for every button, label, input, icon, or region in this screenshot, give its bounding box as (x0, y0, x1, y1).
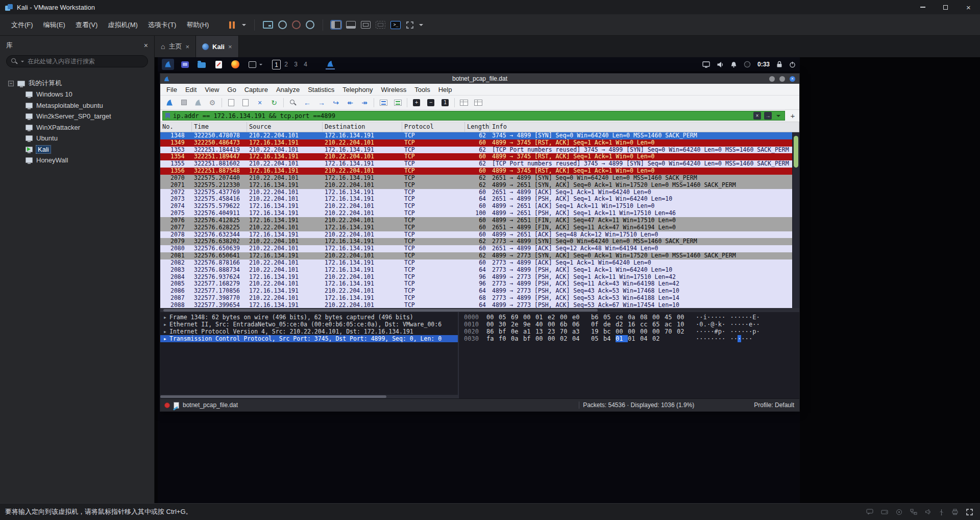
message-log-icon[interactable] (866, 509, 873, 515)
ws-close-button[interactable]: × (790, 76, 795, 82)
filter-dropdown-icon[interactable] (776, 115, 780, 117)
zoom-reset-icon[interactable]: 1 (440, 98, 450, 108)
scrollbar-thumb[interactable] (160, 395, 386, 398)
packet-row-1355[interactable]: 1355322251.881602210.22.204.101172.16.13… (160, 160, 792, 168)
tree-collapse-icon[interactable]: − (8, 81, 14, 86)
file-manager-launcher[interactable] (195, 59, 208, 70)
workspace-1[interactable]: 1 (272, 60, 281, 69)
packet-row-2086[interactable]: 2086322577.170856172.16.134.191210.22.20… (160, 288, 792, 295)
snapshot-manager-button[interactable] (306, 20, 314, 29)
power-dropdown-icon[interactable] (242, 24, 246, 26)
packet-row-2077[interactable]: 2077322576.628225210.22.204.101172.16.13… (160, 224, 792, 231)
send-ctrl-alt-del-button[interactable] (263, 21, 273, 29)
wireshark-menu-go[interactable]: Go (223, 86, 240, 93)
text-editor-launcher[interactable] (212, 59, 225, 70)
packet-row-2083[interactable]: 2083322576.888734210.22.204.101172.16.13… (160, 267, 792, 274)
vmware-menu-item-1[interactable]: 编辑(E) (38, 17, 70, 33)
packet-row-2072[interactable]: 2072322575.437769210.22.204.101172.16.13… (160, 189, 792, 196)
expand-arrow-icon[interactable]: ▸ (163, 328, 169, 335)
window-maximize-button[interactable] (934, 0, 957, 14)
vm-item-metasploitable-ubuntu[interactable]: Metasploitable_ubuntu (6, 100, 148, 111)
filter-apply-button[interactable]: → (764, 112, 772, 120)
packet-row-2075[interactable]: 2075322576.404911172.16.134.191210.22.20… (160, 210, 792, 217)
usb-status-icon[interactable] (939, 509, 944, 515)
revert-snapshot-button[interactable] (292, 20, 301, 29)
fullscreen-button[interactable] (406, 21, 414, 29)
display-filter-input[interactable] (173, 112, 750, 120)
wireshark-titlebar[interactable]: botnet_pcap_file.dat × (160, 74, 799, 84)
filter-add-button[interactable]: + (788, 111, 797, 121)
expand-arrow-icon[interactable]: ▸ (163, 314, 169, 321)
hex-row-0020[interactable]: 002086bf0ea1132370a319bc000000007002····… (464, 328, 799, 335)
detail-line[interactable]: ▸Transmission Control Protocol, Src Port… (160, 335, 458, 342)
hex-row-0000[interactable]: 00000005690001e200e0b605ce0a08004500··i·… (464, 314, 799, 321)
status-circle-icon[interactable] (744, 61, 751, 68)
suspend-vm-button[interactable] (227, 19, 237, 31)
column-header-no[interactable]: No. (160, 122, 192, 132)
workspace-3[interactable]: 3 (291, 60, 300, 69)
fit-guest-button[interactable] (361, 21, 371, 29)
go-last-packet-icon[interactable]: ↠ (359, 98, 370, 108)
find-packet-icon[interactable] (288, 98, 298, 108)
wireshark-menu-wireless[interactable]: Wireless (377, 86, 410, 93)
notifications-bell-icon[interactable] (730, 61, 737, 68)
console-view-button[interactable] (390, 21, 401, 29)
resize-columns-icon[interactable] (459, 98, 469, 108)
show-thumbnail-bar-toggle[interactable] (346, 21, 356, 29)
go-to-packet-icon[interactable]: ↪ (331, 98, 341, 108)
library-search-input[interactable] (28, 58, 143, 65)
library-search[interactable] (6, 55, 148, 67)
packet-row-2082[interactable]: 2082322576.878166210.22.204.101172.16.13… (160, 259, 792, 267)
guest-screen[interactable]: 1234 0:33 (158, 57, 800, 503)
vmware-menu-item-5[interactable]: 帮助(H) (181, 17, 214, 33)
ws-minimize-button[interactable] (769, 76, 775, 82)
take-snapshot-button[interactable] (278, 20, 287, 29)
harddisk-status-icon[interactable] (881, 509, 888, 515)
power-icon[interactable] (789, 61, 796, 68)
packet-row-1356[interactable]: 1356322251.887548172.16.134.191210.22.20… (160, 168, 792, 175)
window-close-button[interactable]: × (957, 0, 980, 14)
packet-row-2078[interactable]: 2078322576.632344172.16.134.191210.22.20… (160, 231, 792, 239)
hex-row-0010[interactable]: 001000302e9e40006b060fded216cc65ac10·0.·… (464, 321, 799, 328)
wireshark-menu-statistics[interactable]: Statistics (304, 86, 338, 93)
vmware-menu-item-3[interactable]: 虚拟机(M) (103, 17, 143, 33)
go-first-packet-icon[interactable]: ↞ (345, 98, 355, 108)
fit-window-button[interactable] (376, 21, 385, 29)
save-file-icon[interactable] (240, 98, 251, 108)
terminal-launcher[interactable] (246, 59, 258, 70)
go-forward-icon[interactable]: → (316, 98, 327, 108)
packet-row-2073[interactable]: 2073322575.458416210.22.204.101172.16.13… (160, 196, 792, 203)
column-header-source[interactable]: Source (247, 122, 323, 132)
profile-label[interactable]: Profile: Default (754, 401, 794, 409)
detail-line[interactable]: ▸Frame 1348: 62 bytes on wire (496 bits)… (160, 314, 458, 321)
lock-screen-icon[interactable] (776, 61, 782, 68)
printer-status-icon[interactable] (951, 509, 959, 515)
packet-row-2084[interactable]: 2084322576.937624172.16.134.191210.22.20… (160, 274, 792, 281)
packet-row-2070[interactable]: 2070322575.207440210.22.204.101172.16.13… (160, 175, 792, 182)
zoom-out-icon[interactable]: − (426, 98, 436, 108)
vmware-menu-item-0[interactable]: 文件(F) (6, 17, 38, 33)
terminal-dropdown-icon[interactable] (259, 64, 262, 65)
column-header-info[interactable]: Info (490, 122, 799, 132)
vm-item-winxpattacker[interactable]: WinXPattacker (6, 122, 148, 133)
wireshark-menu-file[interactable]: File (162, 86, 181, 93)
appfinder-launcher[interactable] (179, 59, 191, 70)
detail-line[interactable]: ▸Ethernet II, Src: EntradaNetwo_05:ce:0a… (160, 321, 458, 328)
packet-row-2076[interactable]: 2076322576.412825172.16.134.191210.22.20… (160, 217, 792, 224)
vm-item-honeywall[interactable]: HoneyWall (6, 155, 148, 166)
wireshark-menu-capture[interactable]: Capture (240, 86, 272, 93)
vm-item-win2kserver-sp0-target[interactable]: Win2kServer_SP0_target (6, 111, 148, 122)
open-file-icon[interactable] (226, 98, 236, 108)
display-filter-field[interactable]: × → (162, 111, 785, 121)
packet-row-1348[interactable]: 1348322250.478078210.22.204.101172.16.13… (160, 132, 792, 139)
packet-row-2081[interactable]: 2081322576.650641172.16.134.191210.22.20… (160, 252, 792, 259)
window-minimize-button[interactable] (911, 0, 934, 14)
start-capture-icon[interactable] (164, 98, 175, 108)
packet-row-1353[interactable]: 1353322251.184419210.22.204.101172.16.13… (160, 147, 792, 154)
scrollbar-thumb[interactable] (163, 309, 598, 312)
expert-info-icon[interactable] (164, 403, 170, 408)
go-back-icon[interactable]: ← (302, 98, 312, 108)
filter-bookmark-icon[interactable] (165, 113, 170, 119)
packet-row-2079[interactable]: 2079322576.638202210.22.204.101172.16.13… (160, 238, 792, 245)
library-close-button[interactable]: × (144, 41, 148, 50)
